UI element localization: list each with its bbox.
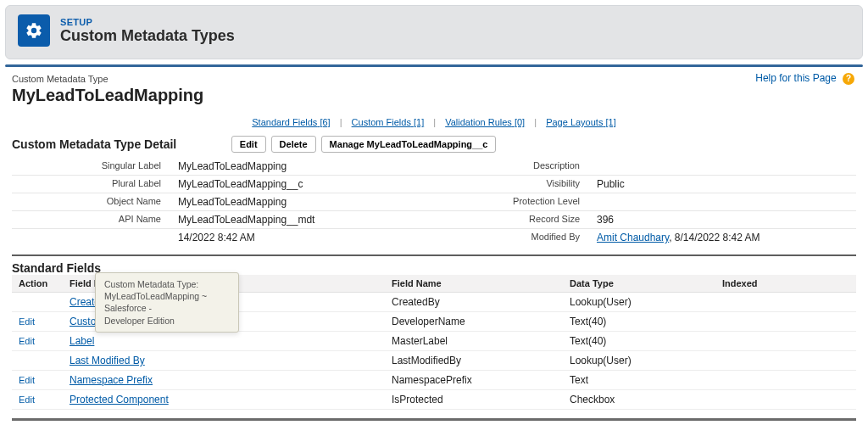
table-row: EditProtected ComponentIsProtectedCheckb… xyxy=(12,390,856,410)
breadcrumb: SETUP xyxy=(60,17,235,27)
label-protection: Protection Level xyxy=(448,193,583,210)
label-visibility: Visibility xyxy=(448,176,583,193)
field-name: CreatedBy xyxy=(385,293,563,312)
label-object-name: Object Name xyxy=(12,193,164,210)
data-type: Lookup(User) xyxy=(563,351,715,371)
edit-link[interactable]: Edit xyxy=(19,336,35,346)
delete-button[interactable]: Delete xyxy=(271,136,316,153)
hover-tooltip: Custom Metadata Type: MyLeadToLeadMappin… xyxy=(95,272,239,333)
label-modified-by: Modified By xyxy=(448,229,583,246)
setup-header: SETUP Custom Metadata Types xyxy=(5,5,863,59)
value-created-by: 14/2022 8:42 AM xyxy=(175,229,437,246)
data-type: Text xyxy=(563,371,715,390)
value-object-name: MyLeadToLeadMapping xyxy=(175,193,437,210)
indexed xyxy=(715,312,856,332)
col-action: Action xyxy=(12,275,63,293)
indexed xyxy=(715,351,856,371)
manage-records-button[interactable]: Manage MyLeadToLeadMapping__c xyxy=(321,136,497,153)
help-icon: ? xyxy=(843,73,854,85)
field-name: MasterLabel xyxy=(385,332,563,351)
value-description xyxy=(593,158,856,175)
field-label-link[interactable]: Last Modified By xyxy=(70,355,145,366)
nav-custom-fields[interactable]: Custom Fields [1] xyxy=(352,117,425,127)
data-type: Checkbox xyxy=(563,390,715,410)
label-api-name: API Name xyxy=(12,211,164,228)
indexed xyxy=(715,332,856,351)
nav-validation-rules[interactable]: Validation Rules [0] xyxy=(445,117,525,127)
value-plural: MyLeadToLeadMapping__c xyxy=(175,176,437,193)
table-row: EditNamespace PrefixNamespacePrefixText xyxy=(12,371,856,390)
data-type: Text(40) xyxy=(563,312,715,332)
edit-link[interactable]: Edit xyxy=(19,316,35,327)
table-row: Last Modified ByLastModifiedByLookup(Use… xyxy=(12,351,856,371)
nav-page-layouts[interactable]: Page Layouts [1] xyxy=(546,117,616,127)
field-label-link[interactable]: Label xyxy=(70,335,94,347)
edit-link[interactable]: Edit xyxy=(19,375,35,385)
object-name: MyLeadToLeadMapping xyxy=(12,86,856,105)
edit-button[interactable]: Edit xyxy=(231,136,266,153)
help-for-this-page[interactable]: Help for this Page ? xyxy=(755,72,854,85)
label-description: Description xyxy=(448,158,583,175)
value-visibility: Public xyxy=(593,176,856,193)
field-label-link[interactable]: Namespace Prefix xyxy=(70,374,153,386)
label-plural: Plural Label xyxy=(12,176,164,193)
value-modified-by: Amit Chaudhary, 8/14/2022 8:42 AM xyxy=(593,229,856,246)
label-singular: Singular Label xyxy=(12,158,164,175)
data-type: Lookup(User) xyxy=(563,293,715,312)
label-created-by xyxy=(12,229,164,246)
value-record-size: 396 xyxy=(593,211,856,228)
table-row: EditLabelMasterLabelText(40) xyxy=(12,332,856,351)
edit-link[interactable]: Edit xyxy=(19,394,35,405)
col-field-name: Field Name xyxy=(385,275,563,293)
related-lists-nav: Standard Fields [6] | Custom Fields [1] … xyxy=(12,117,856,127)
page-title: Custom Metadata Types xyxy=(60,27,235,45)
modified-by-user-link[interactable]: Amit Chaudhary xyxy=(597,232,669,243)
value-singular: MyLeadToLeadMapping xyxy=(175,158,437,175)
gear-icon xyxy=(18,14,50,47)
field-name: NamespacePrefix xyxy=(385,371,563,390)
divider xyxy=(12,418,856,421)
indexed xyxy=(715,371,856,390)
field-name: DeveloperName xyxy=(385,312,563,332)
value-api-name: MyLeadToLeadMapping__mdt xyxy=(175,211,437,228)
nav-standard-fields[interactable]: Standard Fields [6] xyxy=(252,117,330,127)
detail-section-title: Custom Metadata Type Detail xyxy=(12,137,176,151)
value-protection xyxy=(593,193,856,210)
field-name: LastModifiedBy xyxy=(385,351,563,371)
col-data-type: Data Type xyxy=(563,275,715,293)
label-record-size: Record Size xyxy=(448,211,583,228)
indexed xyxy=(715,293,856,312)
col-indexed: Indexed xyxy=(715,275,856,293)
data-type: Text(40) xyxy=(563,332,715,351)
field-name: IsProtected xyxy=(385,390,563,410)
field-label-link[interactable]: Protected Component xyxy=(70,394,169,405)
object-eyebrow: Custom Metadata Type xyxy=(12,74,856,84)
divider xyxy=(12,254,856,256)
indexed xyxy=(715,390,856,410)
